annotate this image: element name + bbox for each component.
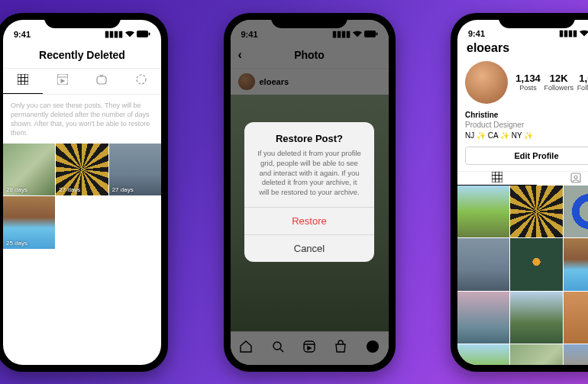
notch [271,13,347,28]
cancel-button[interactable]: Cancel [244,234,374,262]
tagged-icon [570,173,581,186]
profile-thumb[interactable] [564,186,588,237]
profile-grid [457,186,588,365]
wifi-icon [580,29,588,38]
profile-bio: Christine Product Designer NJ ✨ CA ✨ NY … [457,110,588,147]
profile-username[interactable]: eloears [467,41,509,55]
signal-icon: ▮▮▮▮ [559,28,577,38]
restore-dialog: Restore Post? If you deleted it from you… [244,122,374,262]
screen-profile: 9:41 ▮▮▮▮ eloears ＋ 1,134 Posts 12K Foll… [457,20,588,365]
profile-thumb[interactable] [457,238,509,290]
bio-name: Christine [465,110,588,121]
profile-thumb[interactable] [564,238,588,290]
profile-thumb[interactable] [457,344,509,364]
screen-recently-deleted: 9:41 ▮▮▮▮ Recently Deleted [3,20,161,365]
deleted-thumb[interactable]: 27 days [56,144,108,195]
profile-stats: 1,134 Posts 12K Followers 1,001 Followin… [514,73,588,92]
svg-point-26 [574,176,577,179]
igtv-icon [96,74,107,88]
profile-thumb[interactable] [457,186,509,237]
stories-icon [136,74,147,88]
svg-rect-7 [57,74,68,85]
stat-label: Followers [544,84,573,92]
tab-posts[interactable] [3,69,43,94]
days-remaining: 27 days [112,186,134,193]
battery-icon [137,30,150,39]
nav-header: eloears ＋ [457,41,588,55]
grid-icon [18,74,28,88]
stat-label: Posts [515,84,541,92]
days-remaining: 25 days [6,240,27,247]
deleted-grid: 28 days 27 days 27 days 25 days [3,144,161,249]
profile-thumb[interactable] [510,292,562,344]
phone-recently-deleted: 9:41 ▮▮▮▮ Recently Deleted [0,13,168,372]
bio-line: NJ ✨ CA ✨ NY ✨ [465,131,588,141]
avatar[interactable] [465,61,508,104]
deleted-thumb[interactable]: 28 days [3,144,55,195]
stat-label: Following [577,84,588,92]
tab-tagged[interactable] [537,172,589,186]
page-title: Recently Deleted [39,49,125,61]
dialog-title: Restore Post? [244,122,374,147]
profile-thumb[interactable] [564,292,588,344]
svg-rect-9 [97,76,106,84]
tab-stories[interactable] [121,69,161,94]
days-remaining: 28 days [6,186,27,193]
tab-grid[interactable] [457,172,537,186]
profile-thumb[interactable] [510,186,562,237]
status-time: 9:41 [14,30,31,39]
wifi-icon [125,30,134,39]
phone-profile: 9:41 ▮▮▮▮ eloears ＋ 1,134 Posts 12K Foll… [451,13,588,372]
days-remaining: 27 days [59,186,80,193]
stat-number: 12K [544,73,573,84]
stat-following[interactable]: 1,001 Following [577,73,588,92]
stat-followers[interactable]: 12K Followers [544,73,573,92]
status-icons: ▮▮▮▮ [559,26,588,41]
hint-text: Only you can see these posts. They will … [3,95,161,144]
svg-rect-20 [492,172,502,182]
deleted-thumb[interactable]: 27 days [109,144,161,195]
profile-thumb[interactable] [510,344,562,364]
dialog-body: If you deleted it from your profile grid… [244,147,374,207]
profile-tabs [457,171,588,186]
stat-posts[interactable]: 1,134 Posts [515,73,541,92]
tab-igtv[interactable] [82,69,122,94]
svg-rect-1 [149,32,150,35]
svg-rect-2 [18,74,28,85]
deleted-thumb[interactable]: 25 days [3,196,55,248]
profile-thumb[interactable] [510,238,562,290]
reels-icon [57,74,68,88]
stat-number: 1,134 [515,73,541,84]
screen-photo: 9:41 ▮▮▮▮ ‹ Photo eloears Restore Post? [231,20,389,365]
edit-profile-button[interactable]: Edit Profile [465,147,588,165]
svg-rect-0 [137,31,148,37]
profile-thumb[interactable] [564,344,588,364]
svg-point-10 [137,75,146,84]
phone-restore-dialog: 9:41 ▮▮▮▮ ‹ Photo eloears Restore Post? [224,13,396,372]
bio-role: Product Designer [465,120,588,131]
nav-header: Recently Deleted [3,43,161,69]
restore-button[interactable]: Restore [244,207,374,234]
modal-overlay: Restore Post? If you deleted it from you… [231,20,389,365]
profile-thumb[interactable] [457,292,509,344]
tab-reels[interactable] [43,69,82,94]
notch [499,13,575,28]
status-time: 9:41 [468,29,485,38]
signal-icon: ▮▮▮▮ [105,29,123,39]
stat-number: 1,001 [577,73,588,84]
grid-icon [492,172,502,185]
notch [44,13,121,28]
profile-header: 1,134 Posts 12K Followers 1,001 Followin… [457,55,588,110]
filter-tabs [3,69,161,95]
status-icons: ▮▮▮▮ [105,29,150,39]
